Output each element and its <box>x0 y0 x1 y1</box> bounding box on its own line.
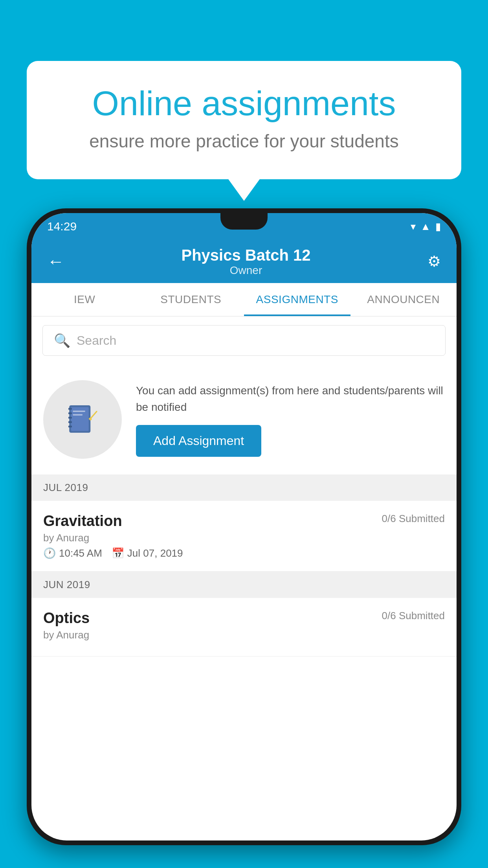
clock-icon: 🕐 <box>43 547 56 559</box>
tab-assignments[interactable]: ASSIGNMENTS <box>244 283 350 316</box>
promo-section: You can add assignment(s) from here and … <box>31 364 457 474</box>
search-icon: 🔍 <box>54 333 70 348</box>
assignment-item-optics[interactable]: Optics 0/6 Submitted by Anurag <box>31 598 457 657</box>
svg-rect-6 <box>68 426 72 428</box>
phone-frame: 14:29 ▾ ▲ ▮ ← Physics Batch 12 Owner ⚙ I… <box>27 208 461 845</box>
battery-icon: ▮ <box>435 221 441 233</box>
section-header-jun: JUN 2019 <box>31 572 457 598</box>
svg-rect-7 <box>73 411 85 412</box>
bubble-subtitle: ensure more practice for your students <box>58 131 430 152</box>
promo-icon-circle <box>43 380 122 459</box>
assignment-by-gravitation: by Anurag <box>43 532 445 544</box>
assignment-submitted-gravitation: 0/6 Submitted <box>382 513 445 525</box>
section-header-jul: JUL 2019 <box>31 474 457 501</box>
assignment-time: 🕐 10:45 AM <box>43 547 102 559</box>
promo-text-block: You can add assignment(s) from here and … <box>136 383 445 457</box>
assignment-title-gravitation: Gravitation <box>43 513 122 530</box>
speech-bubble: Online assignments ensure more practice … <box>27 61 461 179</box>
assignment-meta-gravitation: 🕐 10:45 AM 📅 Jul 07, 2019 <box>43 547 445 559</box>
assignment-by-optics: by Anurag <box>43 629 445 641</box>
assignment-time-value: 10:45 AM <box>59 547 102 559</box>
tab-announcements[interactable]: ANNOUNCEN <box>350 283 457 316</box>
speech-bubble-container: Online assignments ensure more practice … <box>27 61 461 179</box>
signal-icon: ▲ <box>420 221 431 233</box>
status-time: 14:29 <box>47 220 77 233</box>
svg-rect-4 <box>68 417 72 419</box>
back-button[interactable]: ← <box>47 252 64 271</box>
tabs-bar: IEW STUDENTS ASSIGNMENTS ANNOUNCEN <box>31 283 457 316</box>
assignment-item-gravitation[interactable]: Gravitation 0/6 Submitted by Anurag 🕐 10… <box>31 501 457 572</box>
assignment-date-value: Jul 07, 2019 <box>127 547 183 559</box>
svg-rect-2 <box>68 408 72 410</box>
add-assignment-button[interactable]: Add Assignment <box>136 425 261 457</box>
svg-rect-5 <box>68 421 72 423</box>
assignment-submitted-optics: 0/6 Submitted <box>382 610 445 622</box>
phone-inner: 14:29 ▾ ▲ ▮ ← Physics Batch 12 Owner ⚙ I… <box>31 213 457 840</box>
assignment-date: 📅 Jul 07, 2019 <box>112 547 183 559</box>
app-header: ← Physics Batch 12 Owner ⚙ <box>31 240 457 283</box>
header-title-block: Physics Batch 12 Owner <box>181 246 310 277</box>
assignment-header-row-optics: Optics 0/6 Submitted <box>43 610 445 627</box>
svg-rect-3 <box>68 412 72 414</box>
tab-iew[interactable]: IEW <box>31 283 138 316</box>
settings-button[interactable]: ⚙ <box>427 253 441 270</box>
tab-students[interactable]: STUDENTS <box>138 283 244 316</box>
search-container: 🔍 Search <box>31 316 457 364</box>
calendar-icon: 📅 <box>112 547 124 559</box>
notebook-icon <box>65 402 100 437</box>
status-bar: 14:29 ▾ ▲ ▮ <box>31 213 457 240</box>
search-box[interactable]: 🔍 Search <box>42 325 446 356</box>
svg-rect-8 <box>73 414 83 416</box>
header-title: Physics Batch 12 <box>181 246 310 264</box>
wifi-icon: ▾ <box>411 221 416 233</box>
notch <box>220 213 268 230</box>
header-subtitle: Owner <box>181 264 310 277</box>
assignment-header-row: Gravitation 0/6 Submitted <box>43 513 445 530</box>
search-placeholder: Search <box>77 333 116 348</box>
status-icons: ▾ ▲ ▮ <box>411 221 441 233</box>
assignment-title-optics: Optics <box>43 610 90 627</box>
promo-description: You can add assignment(s) from here and … <box>136 383 445 416</box>
bubble-title: Online assignments <box>58 85 430 123</box>
svg-line-9 <box>90 412 97 419</box>
